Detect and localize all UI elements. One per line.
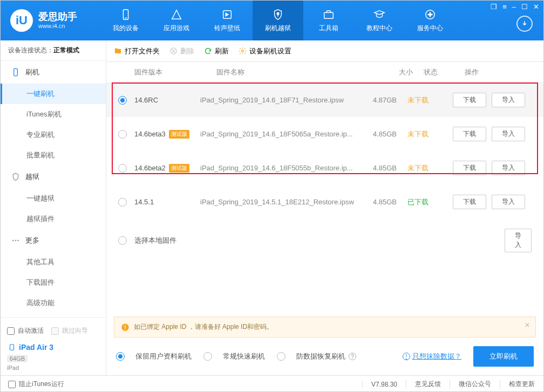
sidebar-item-oneclick-jb[interactable]: 一键越狱	[1, 188, 106, 209]
download-button[interactable]: 下载	[453, 127, 486, 141]
erase-only-link[interactable]: !只想抹除数据？	[403, 352, 461, 361]
td-status: 已下载	[397, 197, 438, 207]
sidebar-item-download-fw[interactable]: 下载固件	[1, 272, 106, 293]
settings-button[interactable]: 设备刷机设置	[239, 46, 291, 56]
td-actions: 下载导入	[438, 93, 532, 107]
import-button[interactable]: 导入	[492, 127, 525, 141]
main-panel: 打开文件夹 删除 刷新 设备刷机设置 固件版本 固件名称 大小 状态 操作 14…	[106, 40, 543, 375]
import-button[interactable]: 导入	[492, 195, 525, 209]
td-version: 14.6beta3 测试版	[134, 130, 200, 139]
table-row[interactable]: 14.5.1iPad_Spring_2019_14.5.1_18E212_Res…	[106, 185, 543, 219]
download-manager-icon[interactable]	[516, 16, 533, 32]
nav-flash-jailbreak[interactable]: 刷机越狱	[253, 1, 303, 40]
td-actions: 下载导入	[438, 195, 532, 209]
top-nav: 我的设备 应用游戏 铃声壁纸 刷机越狱 工具箱 教程中心 服务中心	[100, 1, 543, 40]
device-card[interactable]: iPad Air 3	[7, 340, 99, 355]
feedback-link[interactable]: 意见反馈	[406, 380, 450, 389]
sidebar-item-itunes-flash[interactable]: iTunes刷机	[1, 104, 106, 125]
firmware-table: 固件版本 固件名称 大小 状态 操作 14.6RCiPad_Spring_201…	[106, 62, 543, 312]
import-local-button[interactable]: 导入	[505, 229, 532, 252]
td-size: 4.87GB	[362, 96, 397, 104]
opt-anti-recover[interactable]: 防数据恢复刷机?	[277, 352, 356, 361]
th-size: 大小	[378, 67, 413, 77]
sidebar-group-flash[interactable]: 刷机	[1, 61, 106, 84]
device-type: iPad	[7, 365, 99, 371]
device-status: 设备连接状态：正常模式	[1, 40, 106, 61]
sidebar-group-more[interactable]: 更多	[1, 229, 106, 252]
sidebar: 设备连接状态：正常模式 刷机 一键刷机 iTunes刷机 专业刷机 批量刷机 越…	[1, 40, 106, 375]
download-button[interactable]: 下载	[453, 93, 486, 107]
svg-point-11	[17, 240, 19, 242]
radio-local[interactable]	[118, 236, 127, 245]
svg-rect-8	[14, 68, 18, 75]
radio-select[interactable]	[118, 96, 127, 105]
check-update-link[interactable]: 检查更新	[500, 380, 543, 389]
td-size: 4.85GB	[362, 198, 397, 206]
td-actions: 下载导入	[438, 127, 532, 141]
device-storage: 64GB	[7, 355, 28, 362]
download-button[interactable]: 下载	[453, 161, 486, 175]
nav-apps[interactable]: 应用游戏	[151, 1, 202, 40]
td-version: 14.5.1	[134, 198, 200, 206]
alert-close-icon[interactable]: ✕	[525, 321, 530, 329]
wechat-link[interactable]: 微信公众号	[450, 380, 500, 389]
skip-guide-checkbox	[51, 327, 59, 335]
td-name: iPad_Spring_2019_14.5.1_18E212_Restore.i…	[200, 198, 362, 206]
help-icon[interactable]: ?	[349, 353, 356, 360]
radio-select[interactable]	[118, 130, 127, 139]
td-status: 未下载	[397, 95, 438, 105]
import-button[interactable]: 导入	[492, 161, 525, 175]
svg-point-16	[242, 50, 244, 52]
table-header: 固件版本 固件名称 大小 状态 操作	[106, 62, 543, 83]
sidebar-item-oneclick-flash[interactable]: 一键刷机	[1, 84, 106, 104]
warning-icon	[121, 323, 130, 332]
toolbar: 打开文件夹 删除 刷新 设备刷机设置	[106, 40, 543, 62]
nav-my-device[interactable]: 我的设备	[100, 1, 151, 40]
nav-tutorials[interactable]: 教程中心	[354, 1, 405, 40]
auto-activate-checkbox[interactable]	[7, 327, 15, 335]
maximize-icon[interactable]: ☐	[521, 3, 528, 11]
import-button[interactable]: 导入	[492, 93, 525, 107]
opt-normal[interactable]: 常规快速刷机	[203, 352, 265, 361]
svg-point-9	[12, 240, 14, 242]
minimize-icon[interactable]: –	[512, 3, 516, 11]
nav-service[interactable]: 服务中心	[405, 1, 455, 40]
sidebar-item-jb-plugins[interactable]: 越狱插件	[1, 209, 106, 229]
table-row[interactable]: 14.6beta3 测试版iPad_Spring_2019_14.6_18F50…	[106, 117, 543, 151]
th-action: 操作	[454, 67, 532, 77]
version-label: V7.98.30	[362, 381, 406, 388]
brand-url: www.i4.cn	[38, 23, 77, 29]
radio-select[interactable]	[118, 164, 127, 173]
open-folder-button[interactable]: 打开文件夹	[114, 46, 160, 56]
td-version: 14.6beta2 测试版	[134, 164, 200, 173]
svg-marker-7	[427, 12, 432, 17]
th-version: 固件版本	[134, 67, 216, 77]
download-button[interactable]: 下载	[453, 195, 486, 209]
window-controls: ❐ ≡ – ☐ ✕	[491, 3, 539, 11]
sidebar-item-batch-flash[interactable]: 批量刷机	[1, 145, 106, 166]
opt-keep-data[interactable]: 保留用户资料刷机	[116, 352, 192, 361]
sidebar-group-jailbreak[interactable]: 越狱	[1, 166, 106, 188]
menu-icon[interactable]: ≡	[502, 3, 507, 11]
table-row[interactable]: 14.6RCiPad_Spring_2019_14.6_18F71_Restor…	[106, 83, 543, 117]
sidebar-item-pro-flash[interactable]: 专业刷机	[1, 125, 106, 145]
nav-toolbox[interactable]: 工具箱	[303, 1, 354, 40]
local-firmware-row[interactable]: 选择本地固件 导入	[106, 219, 543, 262]
nav-ringtones[interactable]: 铃声壁纸	[202, 1, 253, 40]
sidebar-item-other-tools[interactable]: 其他工具	[1, 252, 106, 272]
refresh-button[interactable]: 刷新	[204, 46, 229, 56]
close-icon[interactable]: ✕	[533, 3, 539, 11]
td-size: 4.85GB	[362, 130, 397, 138]
radio-select[interactable]	[118, 198, 127, 207]
flash-now-button[interactable]: 立即刷机	[473, 346, 534, 367]
theme-icon[interactable]: ❐	[491, 3, 497, 11]
td-status: 未下载	[397, 129, 438, 139]
svg-rect-12	[10, 345, 14, 350]
table-row[interactable]: 14.6beta2 测试版iPad_Spring_2019_14.6_18F50…	[106, 151, 543, 185]
sidebar-item-advanced[interactable]: 高级功能	[1, 293, 106, 313]
td-status: 未下载	[397, 163, 438, 173]
delete-button: 删除	[169, 46, 194, 56]
th-status: 状态	[413, 67, 454, 77]
svg-point-10	[15, 240, 17, 242]
stop-itunes-checkbox[interactable]	[8, 381, 16, 388]
